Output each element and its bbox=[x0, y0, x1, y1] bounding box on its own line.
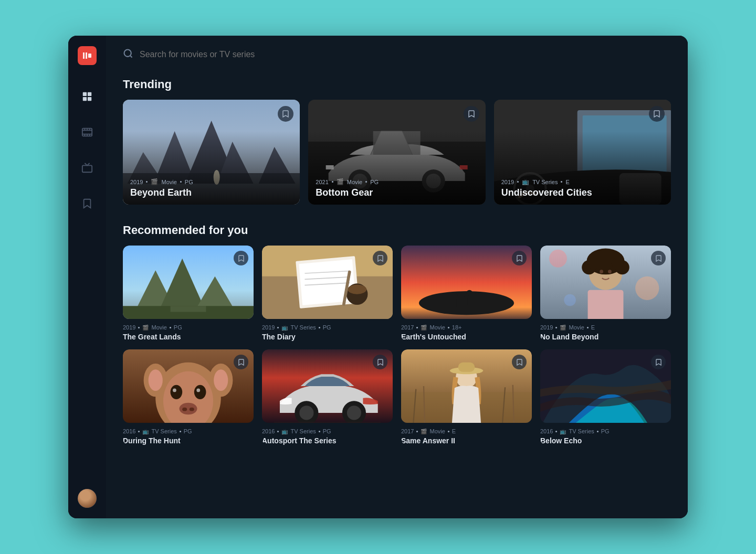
rec-bookmark-2[interactable] bbox=[373, 251, 387, 265]
svg-point-77 bbox=[600, 270, 603, 273]
rdot-4 bbox=[319, 327, 320, 328]
rec-card-6[interactable]: 2016 📺 TV Series PG Autosport The Series bbox=[262, 349, 393, 445]
app-logo[interactable] bbox=[78, 46, 97, 65]
dot-4 bbox=[365, 181, 367, 183]
rdot-13 bbox=[416, 431, 418, 432]
rdot-14 bbox=[448, 431, 449, 432]
rec-icon-4: 🎬 bbox=[560, 325, 566, 331]
rec-title-3: Earth's Untouched bbox=[401, 333, 532, 341]
dot-1 bbox=[146, 181, 148, 183]
dot-3 bbox=[332, 181, 333, 183]
rec-bookmark-5[interactable] bbox=[234, 355, 248, 369]
rec-rating-4: E bbox=[591, 324, 595, 331]
rec-meta-1: 2019 🎬 Movie PG bbox=[123, 324, 254, 331]
trending-card-1[interactable]: 2019 🎬 Movie PG Beyond Earth bbox=[123, 100, 300, 205]
rec-icon-1: 🎬 bbox=[142, 325, 149, 331]
sidebar-item-tv[interactable] bbox=[77, 157, 98, 178]
user-avatar[interactable] bbox=[78, 489, 97, 508]
rec-meta-7: 2017 🎬 Movie E bbox=[401, 428, 532, 434]
rec-icon-2: 📺 bbox=[281, 325, 288, 331]
card-info-1: 2019 🎬 Movie PG Beyond Earth bbox=[123, 172, 300, 205]
rdot-7 bbox=[555, 327, 557, 328]
rec-bookmark-1[interactable] bbox=[234, 251, 248, 265]
rec-icon-8: 📺 bbox=[560, 429, 566, 434]
svg-rect-63 bbox=[453, 299, 456, 307]
rec-card-5[interactable]: 2016 📺 TV Series PG During The Hunt bbox=[123, 349, 254, 445]
rec-title-2: The Diary bbox=[262, 333, 393, 341]
rdot-11 bbox=[277, 431, 279, 432]
rec-type-6: TV Series bbox=[290, 428, 316, 434]
sidebar-nav bbox=[77, 86, 98, 489]
rec-meta-4: 2019 🎬 Movie E bbox=[540, 324, 671, 331]
rec-card-2[interactable]: 2019 📺 TV Series PG The Diary bbox=[262, 246, 393, 341]
svg-point-86 bbox=[149, 369, 163, 391]
rec-year-6: 2016 bbox=[262, 428, 275, 434]
rec-icon-5: 📺 bbox=[142, 429, 149, 434]
rec-year-1: 2019 bbox=[123, 324, 135, 331]
movie-icon-1: 🎬 bbox=[151, 178, 158, 185]
rec-card-1[interactable]: 2019 🎬 Movie PG The Great Lands bbox=[123, 246, 254, 341]
card-year-2: 2021 bbox=[316, 179, 328, 185]
svg-rect-17 bbox=[82, 165, 92, 172]
svg-rect-4 bbox=[83, 92, 87, 96]
rec-meta-5: 2016 📺 TV Series PG bbox=[123, 428, 254, 434]
rec-year-2: 2019 bbox=[262, 324, 275, 331]
rec-type-4: Movie bbox=[569, 324, 584, 331]
svg-rect-49 bbox=[171, 306, 206, 312]
search-icon bbox=[123, 48, 133, 61]
svg-point-82 bbox=[564, 294, 576, 306]
logo-icon bbox=[78, 46, 97, 65]
card-meta-1: 2019 🎬 Movie PG bbox=[130, 178, 292, 185]
rec-type-1: Movie bbox=[151, 324, 166, 331]
rdot-8 bbox=[587, 327, 589, 328]
rec-meta-6: 2016 📺 TV Series PG bbox=[262, 428, 393, 434]
recommended-title: Recommended for you bbox=[123, 223, 671, 237]
rec-thumb-8 bbox=[540, 349, 671, 423]
rec-title-8: Below Echo bbox=[540, 436, 671, 445]
sidebar bbox=[68, 36, 106, 518]
rec-bookmark-4[interactable] bbox=[651, 251, 666, 265]
card-type-2: Movie bbox=[347, 179, 362, 185]
rec-bookmark-3[interactable] bbox=[512, 251, 527, 265]
rdot-12 bbox=[319, 431, 320, 432]
card-bookmark-2[interactable] bbox=[464, 106, 479, 122]
avatar-image bbox=[78, 489, 97, 508]
svg-point-61 bbox=[419, 291, 514, 315]
rec-bookmark-8[interactable] bbox=[651, 355, 666, 369]
svg-rect-79 bbox=[588, 290, 624, 319]
card-bookmark-3[interactable] bbox=[649, 106, 665, 122]
card-info-2: 2021 🎬 Movie PG Bottom Gear bbox=[308, 172, 485, 205]
rec-rating-5: PG bbox=[184, 428, 192, 434]
recommended-grid: 2019 🎬 Movie PG The Great Lands bbox=[123, 246, 671, 445]
svg-point-18 bbox=[124, 50, 131, 57]
rec-rating-6: PG bbox=[323, 428, 331, 434]
svg-point-91 bbox=[173, 389, 176, 392]
rec-card-8[interactable]: 2016 📺 TV Series PG Below Echo bbox=[540, 349, 671, 445]
svg-point-76 bbox=[612, 257, 624, 269]
rec-card-3[interactable]: 2017 🎬 Movie 18+ Earth's Untouched bbox=[401, 246, 532, 341]
svg-rect-6 bbox=[83, 97, 87, 101]
rec-type-8: TV Series bbox=[569, 428, 594, 434]
svg-rect-65 bbox=[468, 296, 471, 305]
search-input[interactable] bbox=[140, 50, 297, 59]
trending-card-2[interactable]: 2021 🎬 Movie PG Bottom Gear bbox=[308, 100, 485, 205]
rec-meta-8: 2016 📺 TV Series PG bbox=[540, 428, 671, 434]
rdot-10 bbox=[180, 431, 181, 432]
rdot-9 bbox=[138, 431, 140, 432]
rdot-1 bbox=[138, 327, 140, 328]
sidebar-item-watchlist[interactable] bbox=[77, 193, 98, 214]
card-year-3: 2019 bbox=[501, 179, 514, 185]
rdot-5 bbox=[416, 327, 418, 328]
svg-point-62 bbox=[452, 292, 457, 298]
svg-rect-5 bbox=[88, 92, 91, 96]
rec-title-6: Autosport The Series bbox=[262, 436, 393, 445]
svg-rect-69 bbox=[481, 299, 485, 307]
rec-card-4[interactable]: 2019 🎬 Movie E No Land Beyond bbox=[540, 246, 671, 341]
rec-bookmark-7[interactable] bbox=[512, 355, 527, 369]
trending-card-3[interactable]: 2019 📺 TV Series E Undiscovered Cities bbox=[494, 100, 671, 205]
card-title-3: Undiscovered Cities bbox=[501, 187, 664, 198]
rec-bookmark-6[interactable] bbox=[373, 355, 387, 369]
sidebar-item-movies[interactable] bbox=[77, 122, 98, 143]
rec-card-7[interactable]: 2017 🎬 Movie E Same Answer II bbox=[401, 349, 532, 445]
sidebar-item-home[interactable] bbox=[77, 86, 98, 107]
